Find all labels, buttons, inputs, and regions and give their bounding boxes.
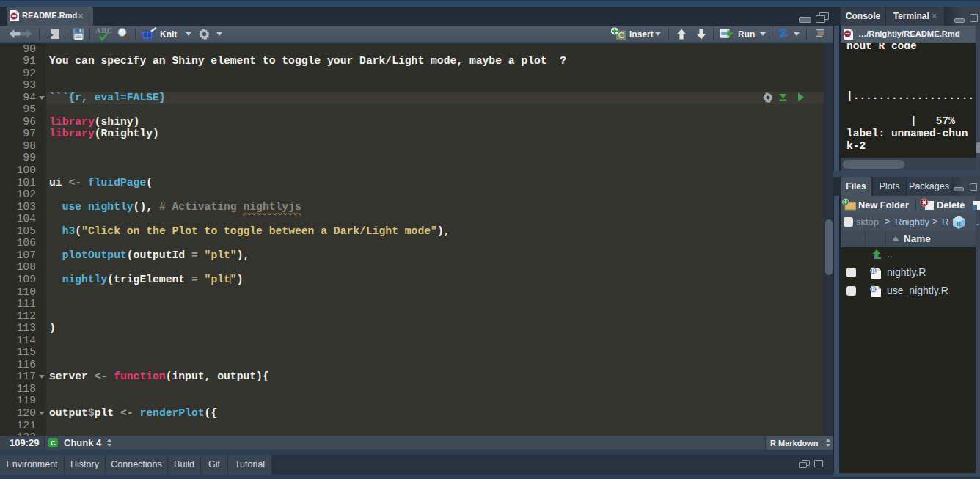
svg-text:C: C bbox=[51, 439, 56, 447]
svg-text:C: C bbox=[618, 31, 624, 40]
svg-text:R: R bbox=[871, 286, 876, 293]
svg-text:R: R bbox=[871, 268, 876, 274]
svg-text:R: R bbox=[957, 220, 962, 227]
